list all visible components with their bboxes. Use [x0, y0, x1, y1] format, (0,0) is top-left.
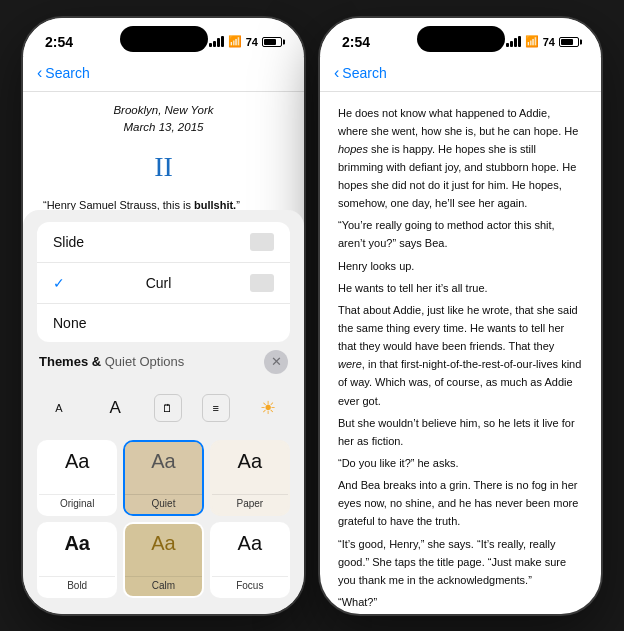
theme-cards-grid: Aa Original Aa Quiet Aa Paper	[37, 440, 290, 598]
close-button[interactable]: ✕	[264, 350, 288, 374]
theme-focus-inner: Aa	[212, 524, 288, 576]
theme-original-inner: Aa	[39, 442, 115, 494]
theme-quiet-label: Quiet	[125, 494, 201, 514]
theme-calm[interactable]: Aa Calm	[123, 522, 203, 598]
reading-content: He does not know what happened to Addie,…	[320, 92, 601, 608]
nav-bar-right: ‹ Search	[320, 56, 601, 92]
curl-check-icon: ✓	[53, 275, 65, 291]
read-p3: Henry looks up.	[338, 257, 583, 275]
wifi-icon: 📶	[228, 35, 242, 48]
read-p8: And Bea breaks into a grin. There is no …	[338, 476, 583, 530]
curl-label: Curl	[146, 275, 172, 291]
back-button-right[interactable]: ‹ Search	[334, 64, 387, 82]
brightness-button[interactable]: ☀	[250, 390, 286, 426]
font-small-button[interactable]: A	[41, 390, 77, 426]
back-button-left[interactable]: ‹ Search	[37, 64, 90, 82]
font-large-button[interactable]: A	[97, 390, 133, 426]
theme-focus-label: Focus	[212, 576, 288, 596]
battery-pct-left: 74	[246, 36, 258, 48]
read-p4: He wants to tell her it’s all true.	[338, 279, 583, 297]
read-p9: “It’s good, Henry,” she says. “It’s real…	[338, 535, 583, 589]
theme-bold-label: Bold	[39, 576, 115, 596]
large-a-label: A	[110, 398, 121, 418]
phones-container: 2:54 📶 74 ‹ Search Br	[21, 16, 603, 616]
read-p6: But she wouldn’t believe him, so he lets…	[338, 414, 583, 450]
slide-option-curl[interactable]: ✓ Curl	[37, 263, 290, 304]
read-p10: “What?”	[338, 593, 583, 607]
slide-options-list: Slide ✓ Curl None	[37, 222, 290, 342]
read-p2: “You’re really going to method actor thi…	[338, 216, 583, 252]
align-icon: ≡	[213, 402, 219, 414]
theme-paper-label: Paper	[212, 494, 288, 514]
slide-label: Slide	[53, 234, 84, 250]
theme-paper-inner: Aa	[212, 442, 288, 494]
slide-icon	[250, 233, 274, 251]
themes-title: Themes & Quiet Options	[39, 354, 184, 369]
right-phone: 2:54 📶 74 ‹ Search He does not	[318, 16, 603, 616]
back-chevron-icon-right: ‹	[334, 64, 339, 82]
wifi-icon-right: 📶	[525, 35, 539, 48]
theme-bold[interactable]: Aa Bold	[37, 522, 117, 598]
theme-focus-aa: Aa	[238, 532, 262, 555]
dynamic-island	[120, 26, 208, 52]
time-left: 2:54	[45, 34, 73, 50]
battery-icon-right	[559, 37, 579, 47]
theme-quiet-aa: Aa	[151, 450, 175, 473]
themes-header: Themes & Quiet Options ✕	[37, 350, 290, 374]
nav-bar-left: ‹ Search	[23, 56, 304, 92]
theme-calm-aa: Aa	[151, 532, 175, 555]
back-label-left: Search	[45, 65, 89, 81]
toolbar-row: A A 🗒 ≡ ☀	[37, 382, 290, 434]
signal-icon	[209, 36, 224, 47]
time-right: 2:54	[342, 34, 370, 50]
left-phone: 2:54 📶 74 ‹ Search Br	[21, 16, 306, 616]
dynamic-island-right	[417, 26, 505, 52]
battery-icon	[262, 37, 282, 47]
theme-calm-inner: Aa	[125, 524, 201, 576]
back-chevron-icon: ‹	[37, 64, 42, 82]
chapter-number: II	[43, 145, 284, 188]
status-icons-left: 📶 74	[209, 35, 282, 48]
brightness-icon: ☀	[260, 397, 276, 419]
slide-option-none[interactable]: None	[37, 304, 290, 342]
theme-original-label: Original	[39, 494, 115, 514]
battery-pct-right: 74	[543, 36, 555, 48]
book-header: Brooklyn, New York March 13, 2015	[43, 102, 284, 138]
slide-option-slide[interactable]: Slide	[37, 222, 290, 263]
theme-quiet-inner: Aa	[125, 442, 201, 494]
theme-original-aa: Aa	[65, 450, 89, 473]
status-icons-right: 📶 74	[506, 35, 579, 48]
none-label: None	[53, 315, 86, 331]
text-align-button[interactable]: ≡	[202, 394, 230, 422]
read-p5: That about Addie, just like he wrote, th…	[338, 301, 583, 410]
read-p7: “Do you like it?” he asks.	[338, 454, 583, 472]
font-icon-label: 🗒	[162, 402, 173, 414]
header-line1: Brooklyn, New York	[43, 102, 284, 120]
theme-bold-inner: Aa	[39, 524, 115, 576]
theme-paper-aa: Aa	[238, 450, 262, 473]
font-selector[interactable]: 🗒	[154, 394, 182, 422]
theme-bold-aa: Aa	[64, 532, 90, 555]
curl-icon	[250, 274, 274, 292]
back-label-right: Search	[342, 65, 386, 81]
theme-paper[interactable]: Aa Paper	[210, 440, 290, 516]
overlay-panel: Slide ✓ Curl None Themes & Quiet Options…	[23, 210, 304, 614]
header-line2: March 13, 2015	[43, 119, 284, 137]
small-a-label: A	[55, 402, 62, 414]
theme-original[interactable]: Aa Original	[37, 440, 117, 516]
signal-icon-right	[506, 36, 521, 47]
page-number: 524	[320, 608, 601, 616]
theme-quiet[interactable]: Aa Quiet	[123, 440, 203, 516]
theme-focus[interactable]: Aa Focus	[210, 522, 290, 598]
read-p1: He does not know what happened to Addie,…	[338, 104, 583, 213]
theme-calm-label: Calm	[125, 576, 201, 596]
